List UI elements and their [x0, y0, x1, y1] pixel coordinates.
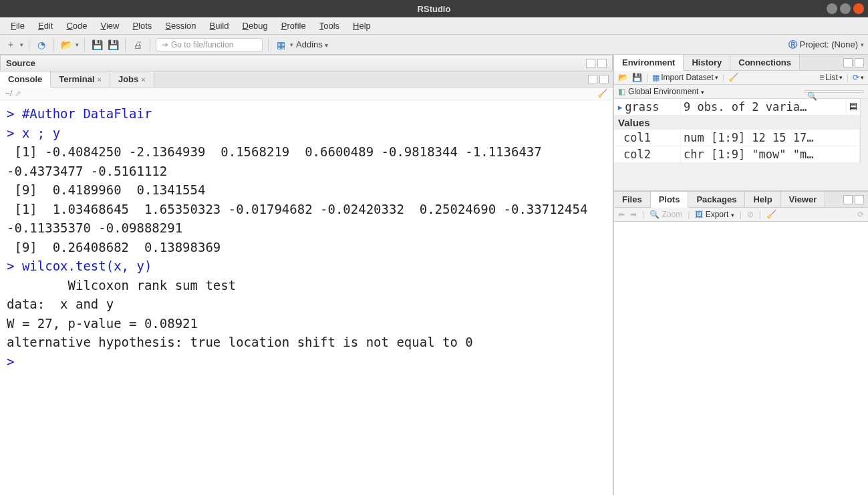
console-working-dir: ~/	[5, 89, 12, 98]
env-values-header: Values	[614, 116, 860, 130]
maximize-button[interactable]	[840, 3, 851, 14]
close-icon[interactable]: ×	[141, 75, 145, 84]
project-label: Project: (None)	[800, 39, 858, 49]
tab-history[interactable]: History	[684, 55, 730, 70]
console-path-bar: ~/ ⇗ 🧹	[0, 88, 613, 100]
window-title: RStudio	[418, 4, 451, 14]
clear-env-icon[interactable]: 🧹	[728, 73, 738, 82]
source-pane-header: Source	[0, 55, 613, 71]
tab-terminal[interactable]: Terminal×	[51, 71, 110, 87]
tab-connections[interactable]: Connections	[730, 55, 800, 70]
save-all-icon[interactable]: 💾	[106, 38, 120, 51]
console-min-icon[interactable]	[588, 75, 597, 84]
tab-packages[interactable]: Packages	[688, 192, 745, 207]
zoom-button[interactable]: 🔍 Zoom	[649, 210, 682, 219]
r-icon: Ⓡ	[788, 39, 797, 51]
plots-toolbar: ⬅ ➡ | 🔍 Zoom | 🖼 Export ▾ | ⊘ | 🧹 ⟳	[614, 208, 868, 222]
env-scope-dropdown[interactable]: Global Environment ▾	[628, 87, 704, 96]
source-max-icon[interactable]	[597, 59, 607, 68]
tab-plots[interactable]: Plots	[651, 192, 689, 208]
tab-environment[interactable]: Environment	[614, 55, 684, 71]
env-data-row[interactable]: ▸grass 9 obs. of 2 varia… ▤	[614, 99, 860, 116]
menu-build[interactable]: Build	[204, 19, 235, 33]
expand-icon[interactable]: ▸	[617, 100, 623, 114]
console-tabs: Console Terminal× Jobs×	[0, 71, 613, 88]
menu-plots[interactable]: Plots	[127, 19, 157, 33]
new-project-icon[interactable]: ◔	[35, 38, 48, 51]
clear-console-icon[interactable]: 🧹	[597, 89, 607, 98]
refresh-env-icon[interactable]: ⟳ ▾	[853, 73, 864, 82]
goto-file-input[interactable]: ➔Go to file/function	[156, 38, 263, 51]
export-dropdown[interactable]: 🖼 Export ▾	[695, 210, 734, 219]
menu-file[interactable]: File	[5, 19, 30, 33]
new-file-icon[interactable]: ＋	[4, 38, 17, 51]
search-icon: 🔍	[807, 92, 817, 101]
env-toolbar: 📂 💾 | ▦ Import Dataset ▾ | 🧹 ≡ List ▾ | …	[614, 71, 868, 85]
plot-next-icon[interactable]: ➡	[630, 210, 637, 219]
close-button[interactable]	[853, 3, 864, 14]
plots-max-icon[interactable]	[855, 195, 864, 204]
project-indicator[interactable]: Ⓡ Project: (None) ▾	[788, 39, 864, 51]
open-file-icon[interactable]: 📂	[59, 38, 73, 51]
plots-body	[614, 222, 868, 495]
sheet-icon[interactable]: ▤	[847, 99, 860, 115]
console-body[interactable]: > #Author DataFlair> x ; y [1] -0.408425…	[0, 100, 613, 495]
env-search-input[interactable]: 🔍	[804, 90, 864, 93]
source-min-icon[interactable]	[586, 59, 595, 68]
env-tabs: Environment History Connections	[614, 55, 868, 71]
menu-debug[interactable]: Debug	[237, 19, 273, 33]
env-value-row[interactable]: col1 num [1:9] 12 15 17…	[614, 130, 860, 146]
grid-icon[interactable]: ▦	[274, 38, 287, 51]
minimize-button[interactable]	[827, 3, 837, 14]
env-value-row[interactable]: col2 chr [1:9] "mow" "m…	[614, 146, 860, 163]
tab-files[interactable]: Files	[614, 192, 651, 207]
window-controls	[827, 3, 864, 14]
print-icon[interactable]: 🖨	[131, 38, 144, 51]
plot-prev-icon[interactable]: ⬅	[618, 210, 625, 219]
main-toolbar: ＋▾ ◔ 📂▾ 💾 💾 🖨 ➔Go to file/function ▦▾ Ad…	[0, 35, 868, 55]
path-arrow-icon[interactable]: ⇗	[15, 89, 21, 98]
goto-file-placeholder: Go to file/function	[171, 40, 233, 49]
menu-code[interactable]: Code	[61, 19, 92, 33]
tab-jobs[interactable]: Jobs×	[110, 71, 154, 87]
remove-plot-icon[interactable]: ⊘	[747, 210, 754, 219]
refresh-plots-icon[interactable]: ⟳	[857, 210, 864, 219]
menu-tools[interactable]: Tools	[314, 19, 345, 33]
env-scrollbar[interactable]	[860, 99, 868, 163]
clear-plots-icon[interactable]: 🧹	[766, 210, 776, 219]
menu-bar: File Edit Code View Plots Session Build …	[0, 17, 868, 35]
title-bar: RStudio	[0, 0, 868, 17]
load-workspace-icon[interactable]: 📂	[618, 73, 628, 82]
plots-min-icon[interactable]	[843, 195, 853, 204]
menu-session[interactable]: Session	[160, 19, 201, 33]
menu-profile[interactable]: Profile	[276, 19, 311, 33]
plots-tabs: Files Plots Packages Help Viewer	[614, 192, 868, 208]
menu-view[interactable]: View	[95, 19, 124, 33]
env-scope-bar: ◧ Global Environment ▾ 🔍	[614, 85, 868, 99]
import-dataset-dropdown[interactable]: ▦ Import Dataset ▾	[652, 73, 718, 82]
view-list-dropdown[interactable]: ≡ List ▾	[819, 73, 843, 82]
source-pane-title: Source	[6, 58, 35, 68]
save-icon[interactable]: 💾	[90, 38, 104, 51]
addins-dropdown[interactable]: Addins	[296, 39, 328, 49]
tab-viewer[interactable]: Viewer	[781, 192, 826, 207]
save-workspace-icon[interactable]: 💾	[632, 73, 642, 82]
tab-console[interactable]: Console	[0, 71, 51, 88]
console-max-icon[interactable]	[599, 75, 609, 84]
env-scope-icon: ◧	[618, 87, 625, 96]
env-max-icon[interactable]	[855, 58, 864, 67]
menu-help[interactable]: Help	[347, 19, 376, 33]
tab-help[interactable]: Help	[745, 192, 780, 207]
env-min-icon[interactable]	[843, 58, 853, 67]
menu-edit[interactable]: Edit	[33, 19, 58, 33]
close-icon[interactable]: ×	[98, 75, 102, 84]
